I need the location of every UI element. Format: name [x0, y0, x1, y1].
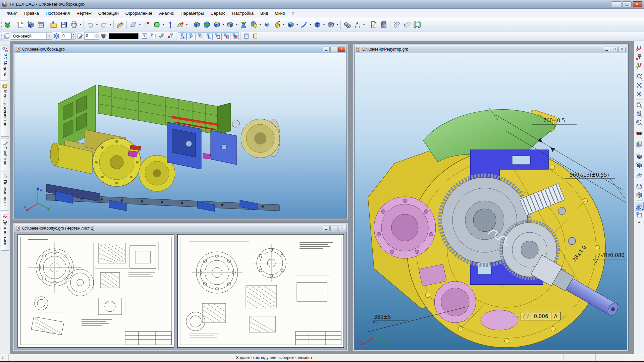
app-restore-button[interactable]: ❏: [622, 1, 632, 7]
new-page-icon[interactable]: [242, 32, 251, 40]
attach-link-icon[interactable]: [402, 19, 412, 30]
menu-settings[interactable]: Настройка: [229, 9, 257, 17]
dimension-label-560[interactable]: 560js13(±0.55): [570, 172, 609, 178]
measure-icon[interactable]: 5: [352, 19, 362, 30]
reducer-restore-button[interactable]: ❏: [611, 47, 618, 52]
filter-off-icon[interactable]: [166, 32, 175, 40]
sel-filter-grid-icon[interactable]: [204, 32, 213, 40]
new-from-prototype-icon[interactable]: [36, 19, 46, 30]
render-mode-icon[interactable]: [635, 202, 644, 210]
zoom-window-icon[interactable]: [635, 72, 644, 81]
app-close-button[interactable]: ×: [633, 1, 642, 7]
copy-operation-dropdown[interactable]: ▼: [282, 23, 285, 26]
level-value-field[interactable]: 0: [84, 33, 95, 40]
shell-icon[interactable]: [285, 19, 296, 30]
menu-operations[interactable]: Операции: [95, 9, 122, 17]
sketch-edit-icon[interactable]: [115, 19, 125, 30]
boolean-icon[interactable]: [249, 19, 259, 30]
layers-icon[interactable]: [52, 32, 61, 40]
roughness-label-rz[interactable]: √Rz0.080: [601, 252, 625, 258]
workplane-icon[interactable]: [128, 19, 138, 30]
sidebar-tab-diagnostics[interactable]: Диагностика: [1, 212, 9, 251]
sidebar-tab-variables[interactable]: Переменные: [1, 172, 9, 210]
window-assembly[interactable]: C:\Конвейр\Сборка.grb ▁ ❏ ×: [13, 44, 348, 220]
fragments-icon[interactable]: [342, 19, 352, 30]
sel-filter-line-icon[interactable]: [186, 32, 195, 40]
window-reducer-titlebar[interactable]: C:\Конвейр\Редуктор.grb ▁ ❏ ×: [354, 45, 627, 53]
filter-list-icon[interactable]: [149, 32, 157, 40]
save-document-icon[interactable]: [59, 19, 69, 30]
sel-filter-surface-icon[interactable]: [195, 32, 204, 40]
sel-filter-node-icon[interactable]: [178, 32, 186, 40]
layer-value-field[interactable]: 0: [61, 33, 71, 40]
hide-elements-icon[interactable]: [635, 129, 644, 138]
assembly-3d-viewport[interactable]: z x y: [14, 53, 347, 219]
menu-chevrons-icon[interactable]: [2, 19, 12, 30]
sel-filter-solid-icon[interactable]: [230, 32, 239, 40]
style-combo[interactable]: Основной ▼: [11, 33, 52, 40]
window-drawing[interactable]: C:\Конвейр\Корпус.grb (Чертеж лист 2) ▁ …: [13, 223, 348, 351]
reducer-close-button[interactable]: ×: [619, 47, 626, 52]
layer-spinner[interactable]: ▲▼: [71, 33, 75, 40]
new-document-icon[interactable]: [15, 19, 25, 30]
filter-on-icon[interactable]: [157, 32, 166, 40]
window-drawing-titlebar[interactable]: C:\Конвейр\Корпус.grb (Чертеж лист 2) ▁ …: [14, 224, 347, 232]
open-document-icon[interactable]: [49, 19, 59, 30]
measure-dropdown[interactable]: ▼: [362, 23, 366, 26]
profile-icon[interactable]: [152, 19, 162, 30]
cube-op-2-icon[interactable]: [225, 19, 235, 30]
sweep-dropdown[interactable]: ▼: [309, 23, 312, 26]
menu-window[interactable]: Окно: [272, 9, 288, 17]
zoom-previous-icon[interactable]: [635, 118, 644, 127]
shaded-mode-icon[interactable]: [635, 191, 644, 199]
sidebar-tab-3d-model[interactable]: 3D Модель: [1, 46, 9, 80]
dimension-label-389[interactable]: 389±5: [374, 314, 391, 320]
local-system-icon[interactable]: [175, 19, 185, 30]
new-3d-document-icon[interactable]: [25, 19, 36, 30]
document-pages-icon[interactable]: [412, 19, 422, 30]
toolbar-grip[interactable]: [1, 19, 2, 30]
assembly-close-button[interactable]: ×: [338, 47, 345, 52]
assembly-restore-button[interactable]: ❏: [330, 47, 337, 52]
zoom-extents-icon[interactable]: [635, 81, 644, 89]
loft-icon[interactable]: [238, 19, 249, 30]
toolbar-grip-2[interactable]: [1, 33, 2, 40]
dimension-label-760[interactable]: 760±0.5: [543, 118, 565, 124]
copy-operation-icon[interactable]: [272, 19, 282, 30]
filter-window-icon[interactable]: [140, 32, 149, 40]
menu-constructions[interactable]: Построения: [42, 9, 73, 17]
menu-draw[interactable]: Чертёж: [73, 9, 95, 17]
drawing-2d-viewport[interactable]: [14, 232, 347, 350]
level-spinner[interactable]: ▲▼: [95, 33, 99, 40]
assembly-minimize-button[interactable]: ▁: [323, 47, 330, 52]
profile-dropdown[interactable]: ▼: [162, 23, 165, 26]
drawing-close-button[interactable]: ×: [338, 226, 345, 231]
shell-dropdown[interactable]: ▼: [296, 23, 299, 26]
print-icon[interactable]: [69, 19, 79, 30]
hole-dropdown[interactable]: ▼: [322, 23, 326, 26]
mesh-dropdown[interactable]: ▼: [336, 23, 339, 26]
cube-op-1-icon[interactable]: [212, 19, 222, 30]
zoom-all-icon[interactable]: [635, 89, 644, 98]
sidebar-tab-documents-menu[interactable]: Меню документов: [1, 82, 9, 137]
notebook-icon[interactable]: [251, 32, 259, 40]
pages-icon[interactable]: [2, 32, 11, 40]
sel-filter-circle-icon[interactable]: [221, 32, 230, 40]
workplane-dropdown[interactable]: ▼: [138, 23, 142, 26]
reducer-minimize-button[interactable]: ▁: [603, 47, 610, 52]
snap-off-icon[interactable]: [635, 44, 644, 52]
page-settings-icon[interactable]: [635, 210, 644, 219]
drawing-restore-button[interactable]: ❏: [330, 226, 337, 231]
zoom-selected-icon[interactable]: [635, 109, 644, 118]
local-system-dropdown[interactable]: ▼: [185, 23, 189, 26]
node-icon[interactable]: [142, 19, 152, 30]
snap-on-icon[interactable]: [635, 61, 644, 70]
menu-parameters[interactable]: Параметры: [177, 9, 207, 17]
redo-dropdown[interactable]: ▼: [109, 23, 112, 26]
menu-file[interactable]: Файл: [3, 9, 21, 17]
print-dropdown[interactable]: ▼: [79, 23, 82, 26]
reducer-3d-viewport[interactable]: 760±0.5 560js13(±0.55) √Rz0.080: [355, 53, 627, 350]
menu-format[interactable]: Оформление: [122, 9, 156, 17]
sweep-icon[interactable]: [299, 19, 309, 30]
cube-op-1-dropdown[interactable]: ▼: [222, 23, 225, 26]
